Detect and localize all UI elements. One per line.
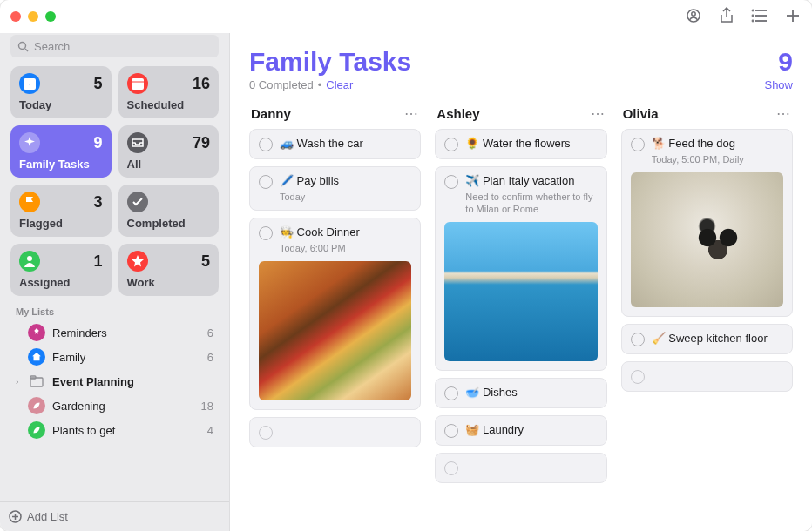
task-title: 🧑‍🍳 Cook Dinner bbox=[280, 225, 411, 240]
svg-point-1 bbox=[692, 12, 695, 16]
svg-point-5 bbox=[753, 10, 754, 11]
task-radio[interactable] bbox=[444, 386, 458, 400]
column-name: Ashley bbox=[436, 106, 479, 121]
share-icon[interactable] bbox=[718, 7, 735, 24]
column-more-button[interactable]: ⋯ bbox=[591, 105, 606, 122]
task-card[interactable]: ✈️ Plan Italy vacationNeed to confirm wh… bbox=[435, 166, 606, 371]
leaf-icon bbox=[28, 421, 45, 439]
task-radio[interactable] bbox=[631, 138, 645, 151]
view-options-icon[interactable] bbox=[751, 7, 768, 24]
task-subtitle: Today bbox=[280, 191, 411, 203]
smart-list-all[interactable]: 79 All bbox=[118, 125, 220, 178]
smart-list-completed[interactable]: Completed bbox=[118, 185, 220, 237]
column-olivia: Olivia⋯🐕 Feed the dogToday, 5:00 PM, Dai… bbox=[621, 104, 793, 522]
task-radio[interactable] bbox=[444, 424, 458, 438]
minimize-window-button[interactable] bbox=[28, 11, 38, 22]
task-title: 🐕 Feed the dog bbox=[652, 137, 783, 151]
clear-completed-button[interactable]: Clear bbox=[326, 78, 353, 91]
star-icon bbox=[127, 251, 148, 272]
search-placeholder: Search bbox=[34, 40, 70, 53]
smart-list-family-tasks[interactable]: 9 Family Tasks bbox=[10, 125, 112, 178]
fullscreen-window-button[interactable] bbox=[45, 11, 56, 22]
task-card[interactable]: 🥣 Dishes bbox=[435, 378, 606, 408]
smart-list-label: Assigned bbox=[19, 276, 103, 289]
column-more-button[interactable]: ⋯ bbox=[404, 105, 419, 122]
smart-list-assigned[interactable]: 1 Assigned bbox=[10, 244, 112, 296]
svg-point-10 bbox=[19, 42, 26, 49]
close-window-button[interactable] bbox=[10, 11, 21, 22]
task-image bbox=[259, 261, 411, 400]
task-card[interactable]: 🧺 Laundry bbox=[435, 415, 606, 446]
sidebar-item-plants-to-get[interactable]: Plants to get4 bbox=[7, 418, 222, 442]
list-name: Family bbox=[52, 351, 207, 364]
empty-task-card[interactable] bbox=[621, 361, 793, 392]
smart-list-flagged[interactable]: 3 Flagged bbox=[10, 185, 112, 237]
search-icon bbox=[17, 41, 29, 52]
task-image bbox=[631, 172, 783, 307]
smart-list-count: 3 bbox=[93, 193, 102, 212]
task-radio[interactable] bbox=[631, 370, 645, 384]
task-card[interactable]: 🖊️ Pay billsToday bbox=[249, 166, 421, 211]
task-subtitle: Today, 6:00 PM bbox=[280, 242, 411, 254]
list-count: 6 bbox=[207, 326, 213, 339]
list-count: 6 bbox=[207, 351, 213, 364]
task-radio[interactable] bbox=[444, 138, 458, 151]
smart-list-label: Flagged bbox=[19, 217, 103, 230]
chevron-right-icon[interactable]: › bbox=[16, 377, 26, 386]
search-input[interactable]: Search bbox=[10, 35, 219, 57]
task-title: 🧹 Sweep kitchen floor bbox=[652, 332, 783, 346]
column-name: Danny bbox=[251, 106, 291, 121]
column-more-button[interactable]: ⋯ bbox=[776, 105, 791, 122]
column-name: Olivia bbox=[623, 106, 659, 121]
sidebar-item-family[interactable]: Family6 bbox=[7, 345, 222, 369]
empty-task-card[interactable] bbox=[435, 453, 606, 483]
task-title: 🌻 Water the flowers bbox=[465, 137, 597, 151]
task-radio[interactable] bbox=[259, 226, 273, 240]
check-icon bbox=[127, 192, 148, 212]
task-title: 🥣 Dishes bbox=[465, 386, 597, 400]
leaf-icon bbox=[28, 397, 45, 414]
task-card[interactable]: 🧑‍🍳 Cook DinnerToday, 6:00 PM bbox=[249, 218, 421, 410]
main-content: Family Tasks 9 0 Completed • Clear Show … bbox=[230, 33, 812, 531]
add-reminder-icon[interactable] bbox=[784, 7, 802, 24]
plus-circle-icon bbox=[9, 510, 22, 523]
today-icon: · bbox=[19, 73, 40, 94]
task-radio[interactable] bbox=[259, 138, 273, 151]
task-subtitle: Need to confirm whether to fly to Milan … bbox=[465, 191, 597, 216]
task-card[interactable]: 🐕 Feed the dogToday, 5:00 PM, Daily bbox=[621, 129, 793, 317]
completed-text: 0 Completed bbox=[249, 78, 314, 91]
smart-list-today[interactable]: · 5 Today bbox=[10, 66, 112, 118]
task-radio[interactable] bbox=[259, 426, 273, 440]
smart-list-count: 5 bbox=[201, 252, 210, 271]
collaborate-icon[interactable] bbox=[685, 7, 702, 24]
add-list-button[interactable]: Add List bbox=[0, 501, 229, 531]
task-card[interactable]: 🌻 Water the flowers bbox=[435, 129, 606, 159]
sidebar-item-reminders[interactable]: Reminders6 bbox=[7, 320, 222, 345]
flag-icon bbox=[19, 192, 40, 212]
smart-list-label: Completed bbox=[127, 217, 211, 230]
task-radio[interactable] bbox=[444, 461, 458, 475]
list-name: Event Planning bbox=[52, 375, 213, 388]
task-image bbox=[444, 222, 597, 361]
list-name: Gardening bbox=[52, 400, 201, 413]
task-card[interactable]: 🧹 Sweep kitchen floor bbox=[621, 324, 793, 354]
traffic-lights bbox=[10, 11, 56, 22]
smart-list-work[interactable]: 5 Work bbox=[118, 244, 220, 296]
smart-list-scheduled[interactable]: 16 Scheduled bbox=[118, 66, 220, 118]
tray-icon bbox=[127, 132, 148, 153]
smart-list-label: All bbox=[127, 158, 211, 171]
show-completed-button[interactable]: Show bbox=[764, 78, 793, 91]
smart-list-count: 5 bbox=[93, 75, 102, 93]
task-card[interactable]: 🚙 Wash the car bbox=[249, 129, 421, 159]
svg-rect-14 bbox=[132, 78, 144, 90]
person-icon bbox=[19, 251, 40, 272]
list-name: Reminders bbox=[52, 326, 207, 339]
task-radio[interactable] bbox=[444, 175, 458, 189]
sidebar-item-event-planning[interactable]: ›Event Planning bbox=[7, 369, 222, 393]
empty-task-card[interactable] bbox=[249, 417, 421, 447]
task-radio[interactable] bbox=[259, 175, 273, 189]
smart-list-count: 1 bbox=[93, 252, 102, 271]
sidebar-item-gardening[interactable]: Gardening18 bbox=[7, 393, 222, 418]
task-radio[interactable] bbox=[631, 333, 645, 346]
pin-icon bbox=[28, 324, 45, 341]
